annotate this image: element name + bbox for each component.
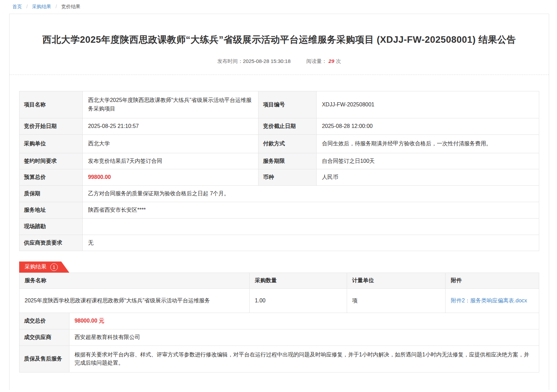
- payment-value: 合同生效后，待服务期满并经甲方验收合格后，一次性付清服务费用。: [317, 134, 539, 153]
- table-row: 签约时间要求 发布竞价结果后7天内签订合同 服务期限 自合同签订之日100天: [19, 153, 539, 169]
- deal-supplier-label: 成交供应商: [19, 329, 69, 345]
- announcement-card: 西北大学2025年度陕西思政课教师“大练兵”省级展示活动平台运维服务采购项目 (…: [9, 14, 549, 390]
- purchaser-label: 采购单位: [19, 134, 83, 153]
- currency-value: 人民币: [317, 169, 539, 186]
- breadcrumb-separator: /: [56, 4, 57, 9]
- table-row: 竞价开始日期 2025-08-25 21:10:57 竞价截止日期 2025-0…: [19, 118, 539, 135]
- service-name-value: 2025年度陕西学校思政课程课程思政教师“大练兵”省级展示活动平台运维服务: [19, 289, 250, 313]
- attachment-header: 附件: [446, 273, 539, 289]
- table-row: 供应商资质要求 无: [19, 235, 539, 251]
- after-sale-label: 质保及售后服务: [19, 345, 69, 373]
- quantity-value: 1.00: [250, 289, 347, 313]
- bid-start-label: 竞价开始日期: [19, 118, 83, 135]
- qualification-label: 供应商资质要求: [19, 235, 83, 251]
- sign-time-label: 签约时间要求: [19, 153, 83, 169]
- table-row: 2025年度陕西学校思政课程课程思政教师“大练兵”省级展示活动平台运维服务 1.…: [19, 289, 539, 313]
- unit-header: 计量单位: [347, 273, 446, 289]
- bid-end-label: 竞价截止日期: [258, 118, 317, 135]
- views-unit: 次: [336, 58, 341, 64]
- currency-label: 币种: [258, 169, 317, 186]
- project-name-label: 项目名称: [19, 91, 83, 118]
- table-row: 成交供应商 西安超星教育科技有限公司: [19, 329, 539, 345]
- site-visit-value: [83, 218, 539, 235]
- table-row: 采购单位 西北大学 付款方式 合同生效后，待服务期满并经甲方验收合格后，一次性付…: [19, 134, 539, 153]
- table-row: 成交总价 98000.00 元: [19, 313, 539, 329]
- payment-label: 付款方式: [258, 134, 317, 153]
- deal-supplier-value: 西安超星教育科技有限公司: [69, 329, 539, 345]
- table-row: 质保及售后服务 根据有关要求对平台内容、样式、评审方式等参数进行修改编辑，对平台…: [19, 345, 539, 373]
- address-label: 服务地址: [19, 202, 83, 219]
- after-sale-value: 根据有关要求对平台内容、样式、评审方式等参数进行修改编辑，对平台在运行过程中出现…: [69, 345, 539, 373]
- warranty-value: 乙方对合同服务的质量保证期为验收合格后之日起 7个月。: [83, 186, 539, 202]
- project-no-value: XDJJ-FW-202508001: [317, 91, 539, 118]
- address-value: 陕西省西安市长安区****: [83, 202, 539, 219]
- service-name-header: 服务名称: [19, 273, 250, 289]
- publish-time-label: 发布时间：: [217, 58, 243, 64]
- purchaser-value: 西北大学: [83, 134, 258, 153]
- breadcrumb-home-link[interactable]: 首页: [12, 4, 22, 9]
- budget-value: 99800.00: [83, 169, 258, 186]
- table-row: 现场踏勘: [19, 218, 539, 235]
- table-row: 服务地址 陕西省西安市长安区****: [19, 202, 539, 219]
- publish-meta: 发布时间：2025-08-28 15:30:18阅读量：29次: [10, 58, 549, 65]
- bid-end-value: 2025-08-28 12:00:00: [317, 118, 539, 135]
- sign-time-value: 发布竞价结果后7天内签订合同: [83, 153, 258, 169]
- table-row: 质保期 乙方对合同服务的质量保证期为验收合格后之日起 7个月。: [19, 186, 539, 202]
- deal-info-table: 成交总价 98000.00 元 成交供应商 西安超星教育科技有限公司 质保及售后…: [19, 313, 539, 373]
- result-count-badge: 1: [50, 263, 58, 271]
- qualification-value: 无: [83, 235, 539, 251]
- budget-label: 预算总价: [19, 169, 83, 186]
- attachment-link[interactable]: 附件2：服务类响应偏离表.docx: [451, 298, 527, 303]
- page-title: 西北大学2025年度陕西思政课教师“大练兵”省级展示活动平台运维服务采购项目 (…: [10, 14, 549, 46]
- breadcrumb-current-bidding-results: 竞价结果: [61, 4, 80, 9]
- breadcrumb-separator: /: [26, 4, 28, 9]
- dashed-divider: [10, 75, 549, 75]
- table-row: 项目名称 西北大学2025年度陕西思政课教师“大练兵”省级展示活动平台运维服务采…: [19, 91, 539, 118]
- project-name-value: 西北大学2025年度陕西思政课教师“大练兵”省级展示活动平台运维服务采购项目: [83, 91, 258, 118]
- quantity-header: 采购数量: [250, 273, 347, 289]
- procurement-result-badge: 采购结果 1: [19, 261, 69, 273]
- project-no-label: 项目编号: [258, 91, 317, 118]
- unit-value: 项: [347, 289, 446, 313]
- deal-total-label: 成交总价: [19, 313, 69, 329]
- deal-total-value: 98000.00 元: [69, 313, 539, 329]
- site-visit-label: 现场踏勘: [19, 218, 83, 235]
- breadcrumb-procurement-results-link[interactable]: 采购结果: [32, 4, 51, 9]
- procurement-result-table: 服务名称 采购数量 计量单位 附件 2025年度陕西学校思政课程课程思政教师“大…: [19, 273, 539, 313]
- bid-start-value: 2025-08-25 21:10:57: [83, 118, 258, 135]
- views-count: 29: [329, 58, 334, 64]
- warranty-label: 质保期: [19, 186, 83, 202]
- views-label: 阅读量：: [306, 58, 327, 64]
- procurement-result-badge-label: 采购结果: [25, 263, 47, 271]
- service-period-label: 服务期限: [258, 153, 317, 169]
- table-header-row: 服务名称 采购数量 计量单位 附件: [19, 273, 539, 289]
- service-period-value: 自合同签订之日100天: [317, 153, 539, 169]
- table-row: 预算总价 99800.00 币种 人民币: [19, 169, 539, 186]
- breadcrumb: 首页 / 采购结果 / 竞价结果: [0, 0, 557, 13]
- publish-time-value: 2025-08-28 15:30:18: [243, 58, 291, 64]
- project-info-table: 项目名称 西北大学2025年度陕西思政课教师“大练兵”省级展示活动平台运维服务采…: [19, 91, 539, 251]
